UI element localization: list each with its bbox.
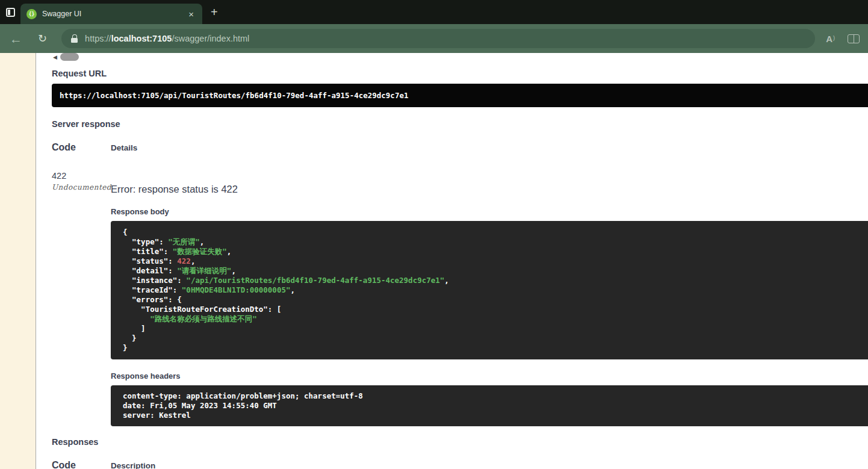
response-details-header: Details xyxy=(111,143,137,152)
address-bar[interactable]: https://localhost:7105/swagger/index.htm… xyxy=(61,29,815,48)
server-response-label: Server response xyxy=(52,119,868,129)
request-url-value: https://localhost:7105/api/TouristRoutes… xyxy=(60,91,408,100)
response-body-code: { "type": "无所谓", "title": "数据验证失败", "sta… xyxy=(111,221,868,359)
request-url-bar: https://localhost:7105/api/TouristRoutes… xyxy=(52,84,868,107)
response-details-column: Error: response status is 422 Response b… xyxy=(111,171,868,426)
responses-label: Responses xyxy=(52,437,868,447)
tab-actions-button[interactable] xyxy=(0,0,20,24)
server-response-row: 422 Undocumented Error: response status … xyxy=(52,171,868,426)
swagger-page: ◀ Request URL https://localhost:7105/api… xyxy=(0,53,868,469)
url-path: /swagger/index.html xyxy=(172,34,249,43)
new-tab-button[interactable]: + xyxy=(211,4,218,20)
address-url: https://localhost:7105/swagger/index.htm… xyxy=(85,34,249,43)
url-scheme: https:// xyxy=(85,34,111,43)
browser-toolbar: ← ↻ https://localhost:7105/swagger/index… xyxy=(0,24,868,53)
request-url-label: Request URL xyxy=(52,69,868,78)
page-left-gutter xyxy=(0,53,36,469)
back-button[interactable]: ← xyxy=(10,33,22,45)
lock-icon xyxy=(71,34,78,43)
response-code-header: Code xyxy=(52,142,111,153)
responses-description-header: Description xyxy=(111,461,155,469)
error-message: Error: response status is 422 xyxy=(111,184,868,195)
server-response-table-header: Code Details xyxy=(52,142,868,153)
horizontal-scrollbar: ◀ xyxy=(53,53,868,61)
browser-tab-bar: {} Swagger UI × + xyxy=(0,0,868,24)
responses-table-header: Code Description xyxy=(52,460,868,469)
tab-title: Swagger UI xyxy=(42,10,186,18)
split-screen-icon[interactable] xyxy=(848,34,860,43)
url-host: localhost:7105 xyxy=(111,34,172,43)
response-body-label: Response body xyxy=(111,207,868,216)
responses-code-header: Code xyxy=(52,460,111,469)
tab-close-button[interactable]: × xyxy=(186,9,196,19)
response-headers-label: Response headers xyxy=(111,371,868,380)
refresh-button[interactable]: ↻ xyxy=(38,33,47,44)
swagger-logo-icon: {} xyxy=(26,9,37,19)
response-headers-code: content-type: application/problem+json; … xyxy=(111,385,868,426)
browser-tab[interactable]: {} Swagger UI × xyxy=(20,4,202,24)
scrollbar-left-arrow[interactable]: ◀ xyxy=(53,54,57,60)
status-code: 422 xyxy=(52,171,111,181)
browser-window: {} Swagger UI × + ← ↻ https://localhost:… xyxy=(0,0,868,469)
response-status-column: 422 Undocumented xyxy=(52,171,111,426)
swagger-logo-glyph: {} xyxy=(29,11,35,17)
operation-response-panel: ◀ Request URL https://localhost:7105/api… xyxy=(36,53,868,469)
undocumented-label: Undocumented xyxy=(52,183,111,191)
scrollbar-thumb[interactable] xyxy=(60,53,79,61)
read-aloud-icon[interactable]: A) xyxy=(826,34,834,44)
tab-layout-icon xyxy=(6,8,15,17)
